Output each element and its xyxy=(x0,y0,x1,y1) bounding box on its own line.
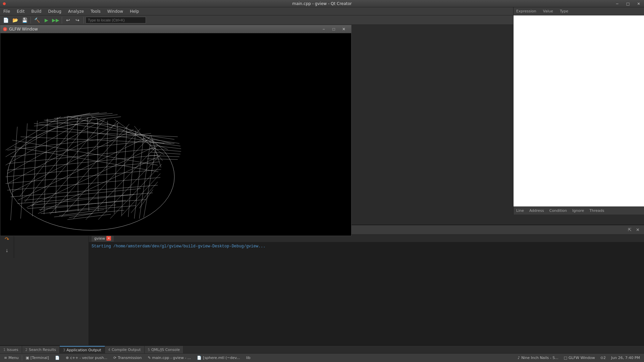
right-panel-footer: Line Address Condition Ignore Threads xyxy=(514,206,644,215)
minimize-button[interactable]: − xyxy=(612,0,623,7)
status-bar: ≡ Menu ▣ [Terminal] 📄 ⊕ c++ - vector pus… xyxy=(0,353,644,362)
bottom-right-panel: Application Output ⟲ ◀ ▶ ▶ ■ ▷ ⇱ ✕ gview… xyxy=(89,225,644,345)
address-label: Address xyxy=(529,208,544,213)
menu-item-edit[interactable]: Edit xyxy=(13,7,28,15)
bottom-tab-qml/js-console[interactable]: 5QML/JS Console xyxy=(145,346,184,353)
toolbar-separator-3 xyxy=(84,17,84,23)
gview-tab-label: gview xyxy=(94,236,105,241)
datetime-status: Jun 26, 7:40 PM xyxy=(608,354,643,362)
cpp-status-button[interactable]: ⊕ c++ - vector push... xyxy=(63,354,110,362)
bottom-tab-application-output[interactable]: 3Application Output xyxy=(60,346,105,353)
run-button[interactable]: ▶ xyxy=(42,16,51,24)
title-bar-controls: − □ ✕ xyxy=(612,0,644,7)
menu-item-build[interactable]: Build xyxy=(28,7,45,15)
menu-item-analyze[interactable]: Analyze xyxy=(65,7,87,15)
glfw-close-button[interactable]: ✕ xyxy=(3,27,7,31)
app-output-close: ⇱ ✕ xyxy=(626,226,641,234)
svg-rect-0 xyxy=(1,33,351,236)
tab-num: 3 xyxy=(63,348,65,352)
gview-tab[interactable]: gview ✕ xyxy=(92,235,114,242)
files-status-button[interactable]: 📄 xyxy=(52,354,62,362)
menu-item-window[interactable]: Window xyxy=(104,7,126,15)
wireframe-mesh xyxy=(0,33,351,236)
condition-label: Condition xyxy=(549,208,567,213)
status-right: ♪ Nine Inch Nails - S... □ GLFW Window ⊙… xyxy=(515,354,643,362)
battery-icon: ⊙2 xyxy=(600,356,606,360)
glfw-taskbar-icon: □ xyxy=(564,356,567,360)
locate-input[interactable] xyxy=(86,17,146,23)
title-bar: ● main.cpp - gview - Qt Creator − □ ✕ xyxy=(0,0,644,7)
main-cpp-status-button[interactable]: ✎ main.cpp - gview - ... xyxy=(145,354,194,362)
right-panel-header: Expression Value Type xyxy=(514,7,644,15)
value-col: Value xyxy=(543,9,553,13)
debug-run-button[interactable]: ▶▶ xyxy=(51,16,60,24)
output-line-1: Starting /home/amsterdam/dev/gl/gview/bu… xyxy=(92,243,641,249)
menu-item-tools[interactable]: Tools xyxy=(87,7,104,15)
status-sep-1 xyxy=(22,355,22,361)
menu-item-help[interactable]: Help xyxy=(126,7,142,15)
toolbar-separator-2 xyxy=(62,17,62,23)
gview-tab-close-button[interactable]: ✕ xyxy=(106,236,111,241)
close-button[interactable]: ✕ xyxy=(633,0,644,7)
window-title: main.cpp - gview - Qt Creator xyxy=(292,1,352,6)
output-content: Starting /home/amsterdam/dev/gl/gview/bu… xyxy=(89,242,644,345)
main-cpp-label: main.cpp - gview - ... xyxy=(152,356,191,360)
menu-icon: ≡ xyxy=(4,356,7,360)
menu-item-debug[interactable]: Debug xyxy=(45,7,64,15)
redo-button[interactable]: ↪ xyxy=(73,16,82,24)
glfw-window: ✕ GLFW Window − □ ✕ xyxy=(0,25,352,236)
tab-num: 1 xyxy=(3,348,5,352)
glfw-title-text: GLFW Window xyxy=(9,27,38,32)
app-output-close-button[interactable]: ✕ xyxy=(634,226,641,234)
threads-label: Threads xyxy=(589,208,604,213)
terminal-icon: ▣ xyxy=(25,356,29,360)
menu-status-button[interactable]: ≡ Menu xyxy=(1,354,21,362)
toolbar-separator-1 xyxy=(31,17,31,23)
qt-icon: ● xyxy=(3,1,6,6)
lib-label: lib xyxy=(246,356,251,360)
ignore-label: Ignore xyxy=(572,208,584,213)
right-panel: Expression Value Type Line Address Condi… xyxy=(513,7,644,215)
music-status-button[interactable]: ♪ Nine Inch Nails - S... xyxy=(515,354,561,362)
new-file-button[interactable]: 📄 xyxy=(1,16,10,24)
glfw-taskbar-button[interactable]: □ GLFW Window xyxy=(561,354,598,362)
main-cpp-icon: ✎ xyxy=(148,356,151,360)
bottom-tab-issues[interactable]: 1Issues xyxy=(0,346,22,353)
transmission-status-button[interactable]: ⟳ Transmission xyxy=(111,354,144,362)
tab-num: 5 xyxy=(148,348,150,352)
terminal-status-button[interactable]: ▣ [Terminal] xyxy=(23,354,51,362)
sphere-mtl-status-button[interactable]: 📄 [sphere.mtl (~dev... xyxy=(194,354,243,362)
bottom-tab-compile-output[interactable]: 4Compile Output xyxy=(105,346,145,353)
glfw-title-bar: ✕ GLFW Window − □ ✕ xyxy=(0,25,351,33)
tab-label: Compile Output xyxy=(112,348,141,352)
lib-status-button[interactable]: lib xyxy=(244,354,253,362)
step-into-button[interactable]: ↓ xyxy=(1,246,13,255)
music-label: Nine Inch Nails - S... xyxy=(521,356,558,360)
cpp-label: c++ - vector push... xyxy=(70,356,107,360)
right-panel-body xyxy=(514,15,644,206)
tab-num: 2 xyxy=(25,348,28,352)
line-label: Line xyxy=(516,208,524,213)
transmission-icon: ⟳ xyxy=(113,356,116,360)
open-file-button[interactable]: 📂 xyxy=(11,16,19,24)
app-output-float-button[interactable]: ⇱ xyxy=(626,226,633,234)
glfw-close-x-button[interactable]: ✕ xyxy=(339,25,348,33)
glfw-minimize-button[interactable]: − xyxy=(319,25,328,33)
glfw-restore-button[interactable]: □ xyxy=(329,25,338,33)
bottom-tab-strip: 1Issues2Search Results3Application Outpu… xyxy=(0,345,644,353)
glfw-title-controls: − □ ✕ xyxy=(319,25,348,33)
menu-label: Menu xyxy=(8,356,18,360)
music-icon: ♪ xyxy=(518,356,520,360)
undo-button[interactable]: ↩ xyxy=(64,16,72,24)
menu-item-file[interactable]: File xyxy=(0,7,13,15)
bottom-area: Application Output ⟲ ◀ ▶ ▶ ■ ▷ ⇱ ✕ gview… xyxy=(0,225,644,345)
save-button[interactable]: 💾 xyxy=(20,16,29,24)
restore-button[interactable]: □ xyxy=(623,0,633,7)
tab-label: Application Output xyxy=(66,348,101,352)
bottom-tab-search-results[interactable]: 2Search Results xyxy=(22,346,60,353)
transmission-label: Transmission xyxy=(118,356,142,360)
build-button[interactable]: 🔨 xyxy=(33,16,41,24)
expression-col: Expression xyxy=(516,9,536,13)
glfw-viewport[interactable] xyxy=(0,33,351,236)
tab-label: Search Results xyxy=(29,348,56,352)
